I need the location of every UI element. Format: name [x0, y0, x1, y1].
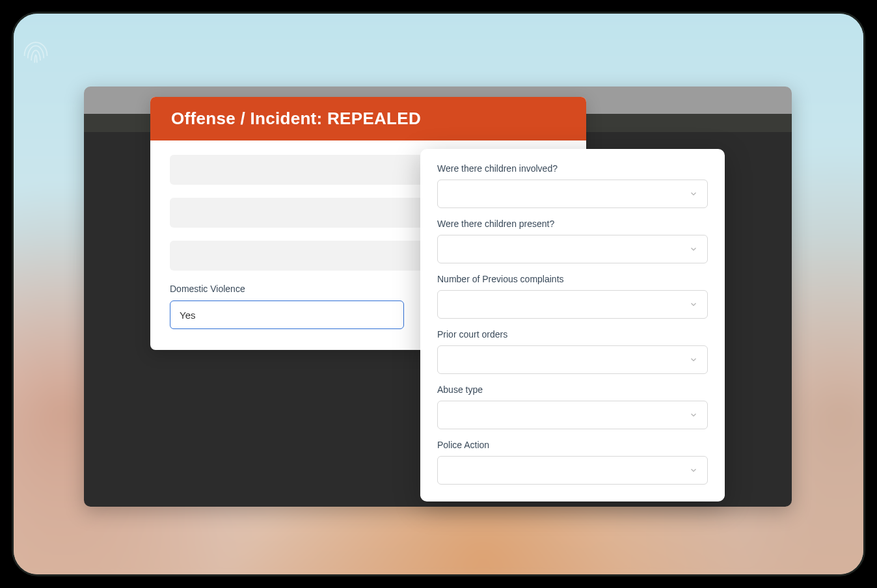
field-label: Were there children present? [437, 219, 708, 229]
field-label: Police Action [437, 440, 708, 450]
chevron-down-icon [689, 410, 698, 420]
details-panel: Were there children involved? Were there… [420, 149, 725, 501]
abuse-type-select[interactable] [437, 401, 708, 429]
field-prior-court-orders: Prior court orders [437, 329, 708, 374]
police-action-select[interactable] [437, 456, 708, 485]
chevron-down-icon [689, 466, 698, 475]
field-label: Were there children involved? [437, 163, 708, 174]
children-involved-select[interactable] [437, 180, 708, 208]
prior-court-orders-select[interactable] [437, 345, 708, 374]
field-label: Number of Previous complaints [437, 274, 708, 284]
chevron-down-icon [689, 300, 698, 309]
fingerprint-icon [18, 33, 54, 70]
children-present-select[interactable] [437, 235, 708, 263]
field-children-present: Were there children present? [437, 219, 708, 263]
field-label: Abuse type [437, 384, 708, 395]
field-label: Prior court orders [437, 329, 708, 340]
field-abuse-type: Abuse type [437, 384, 708, 429]
field-previous-complaints: Number of Previous complaints [437, 274, 708, 319]
field-children-involved: Were there children involved? [437, 163, 708, 208]
offense-panel-title: Offense / Incident: REPEALED [150, 97, 586, 140]
chevron-down-icon [689, 355, 698, 364]
device-frame: Offense / Incident: REPEALED Domestic Vi… [12, 12, 865, 576]
field-police-action: Police Action [437, 440, 708, 485]
chevron-down-icon [689, 189, 698, 198]
domestic-violence-input[interactable] [170, 301, 404, 329]
chevron-down-icon [689, 245, 698, 254]
previous-complaints-select[interactable] [437, 290, 708, 319]
